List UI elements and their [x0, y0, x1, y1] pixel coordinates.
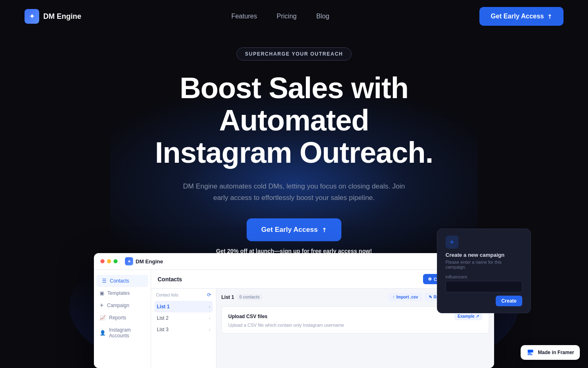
arrow-icon: ↗ [546, 12, 554, 20]
edit-icon: ✎ [429, 295, 432, 299]
app-body: ☰ Contacts ▣ Templates ✈ Campaign 📈 Repo… [94, 270, 494, 368]
app-main-title: Contacts [158, 276, 182, 283]
instagram-icon: 👤 [100, 330, 106, 336]
nav-blog[interactable]: Blog [316, 13, 329, 20]
sidebar-item-templates[interactable]: ▣ Templates [94, 287, 151, 299]
framer-logo-icon [526, 348, 535, 357]
chevron-right-icon-3: › [209, 328, 210, 332]
contact-lists-header: Contact lists ⟳ [154, 292, 213, 298]
csv-title: Upload CSV files [228, 314, 267, 319]
selected-list-title: List 1 0 contacts [221, 294, 263, 300]
campaign-popup-title: Create a new campaign [445, 252, 522, 258]
app-window: ✦ DM Engine ☰ Contacts ▣ Templates ✈ Cam… [94, 253, 494, 368]
nav-cta-button[interactable]: Get Early Access ↗ [479, 7, 564, 26]
csv-description: Upload a CSV file which contain only Ins… [228, 323, 482, 328]
framer-badge-label: Made in Framer [538, 350, 574, 355]
sidebar-item-contacts[interactable]: ☰ Contacts [96, 275, 148, 287]
nav-pricing[interactable]: Pricing [277, 13, 297, 20]
sidebar-label-contacts: Contacts [110, 278, 129, 284]
refresh-icon: ⟳ [207, 292, 211, 298]
dot-green [114, 259, 118, 263]
list-item-2[interactable]: List 2 › [154, 312, 213, 324]
templates-icon: ▣ [100, 290, 104, 296]
import-csv-button[interactable]: ↑ Import .csv [388, 293, 422, 301]
contacts-icon: ☰ [102, 278, 107, 284]
external-link-icon: ↗ [476, 314, 479, 319]
nav-features[interactable]: Features [231, 13, 257, 20]
logo-icon: ✦ [24, 9, 39, 24]
app-logo: ✦ DM Engine [125, 257, 163, 265]
framer-badge[interactable]: Made in Framer [521, 345, 580, 360]
campaign-icon: ✈ [100, 303, 104, 308]
contacts-count-badge: 0 contacts [236, 294, 262, 300]
sidebar-label-reports: Reports [109, 315, 126, 321]
sidebar-item-campaign[interactable]: ✈ Campaign [94, 299, 151, 312]
plus-icon: ⊕ [428, 276, 432, 282]
sidebar-label-instagram: Instagram Accounts [109, 327, 145, 339]
app-sidebar: ☰ Contacts ▣ Templates ✈ Campaign 📈 Repo… [94, 270, 151, 368]
campaign-popup-subtitle: Please enter a name for this campaign. [445, 260, 522, 269]
campaign-name-input[interactable] [445, 281, 522, 292]
hero-badge: SUPERCHARGE YOUR OUTREACH [236, 47, 352, 61]
dot-red [100, 259, 105, 263]
sidebar-label-campaign: Campaign [107, 303, 129, 308]
dot-yellow [107, 259, 111, 263]
contact-lists-panel: Contact lists ⟳ List 1 › List 2 › List [151, 289, 216, 368]
example-button[interactable]: Example ↗ [454, 312, 482, 320]
campaign-popup: ✈ Create a new campaign Please enter a n… [437, 229, 531, 313]
influencer-label: influencers [445, 274, 522, 279]
logo[interactable]: ✦ DM Engine [24, 9, 81, 24]
csv-card-header: Upload CSV files Example ↗ [228, 312, 482, 320]
sidebar-item-instagram[interactable]: 👤 Instagram Accounts [94, 324, 151, 342]
campaign-create-button[interactable]: Create [496, 296, 522, 306]
app-logo-icon: ✦ [125, 257, 133, 265]
app-logo-text: DM Engine [136, 258, 163, 265]
send-icon: ✈ [445, 236, 459, 249]
chevron-right-icon: › [209, 305, 210, 309]
list-item-1[interactable]: List 1 › [154, 301, 213, 312]
hero-cta-arrow-icon: ↗ [320, 226, 328, 234]
chevron-right-icon-2: › [209, 316, 210, 321]
hero-cta-button[interactable]: Get Early Access ↗ [247, 218, 341, 241]
navbar: ✦ DM Engine Features Pricing Blog Get Ea… [0, 0, 588, 33]
logo-text: DM Engine [43, 12, 81, 21]
upload-icon: ↑ [392, 295, 394, 299]
hero-title: Boost Sales with Automated Instagram Out… [110, 72, 478, 169]
reports-icon: 📈 [100, 315, 106, 321]
sidebar-label-templates: Templates [107, 290, 130, 296]
nav-links: Features Pricing Blog [231, 13, 329, 20]
hero-subtitle: DM Engine automates cold DMs, letting yo… [176, 181, 412, 204]
sidebar-item-reports[interactable]: 📈 Reports [94, 312, 151, 324]
list-item-3[interactable]: List 3 › [154, 324, 213, 335]
app-topbar: ✦ DM Engine [94, 253, 494, 270]
